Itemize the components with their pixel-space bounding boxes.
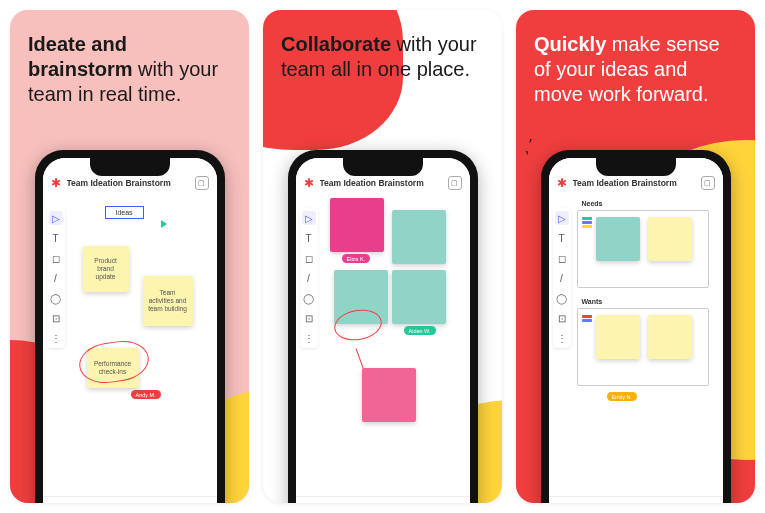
app-screen: ✱ Team Ideation Brainstorm ▢ ▷ T ◻ / ◯ ⊡…	[549, 158, 723, 503]
tool-frame-icon[interactable]: ⊡	[302, 311, 316, 325]
vote-stack-icon	[582, 217, 592, 228]
sticky-note[interactable]: Product brand update	[83, 246, 129, 292]
app-screen: ✱ Team Ideation Brainstorm ▢ ▷ T ◻ / ◯ ⊡…	[43, 158, 217, 503]
bottom-toolbar: ↶ ↷ − 100% +	[549, 496, 723, 503]
tool-select-icon[interactable]: ▷	[555, 211, 569, 225]
frame-title: Wants	[580, 298, 605, 305]
board-title: Team Ideation Brainstorm	[67, 178, 191, 188]
spark-accent-icon: ,	[528, 130, 536, 144]
sticky-note[interactable]	[596, 315, 640, 359]
collaborator-cursor-icon	[161, 220, 167, 228]
present-icon[interactable]: ▢	[195, 176, 209, 190]
board-title: Team Ideation Brainstorm	[320, 178, 444, 188]
sticky-note[interactable]	[648, 217, 692, 261]
frame-needs[interactable]: Needs	[577, 210, 709, 288]
tool-more-icon[interactable]: ⋮	[555, 331, 569, 345]
canvas[interactable]: Needs Wants Emily N.	[571, 198, 723, 496]
sticky-note[interactable]	[362, 368, 416, 422]
app-logo-icon: ✱	[51, 177, 63, 189]
tool-line-icon[interactable]: /	[49, 271, 63, 285]
present-icon[interactable]: ▢	[701, 176, 715, 190]
tool-line-icon[interactable]: /	[302, 271, 316, 285]
tool-more-icon[interactable]: ⋮	[49, 331, 63, 345]
text-element-selected[interactable]: Ideas	[105, 206, 144, 219]
vote-stack-icon	[582, 315, 592, 322]
phone-mockup: ✱ Team Ideation Brainstorm ▢ ▷ T ◻ / ◯ ⊡…	[288, 150, 478, 503]
tool-line-icon[interactable]: /	[555, 271, 569, 285]
tool-sticky-icon[interactable]: ◻	[302, 251, 316, 265]
tool-palette: ▷ T ◻ / ◯ ⊡ ⋮	[47, 208, 65, 348]
phone-notch	[343, 158, 423, 176]
bottom-toolbar: ↶ ↷ − 100% +	[296, 496, 470, 503]
app-logo-icon: ✱	[304, 177, 316, 189]
headline: Collaborate with your team all in one pl…	[281, 32, 484, 82]
sticky-note[interactable]: Team activities and team building	[143, 276, 193, 326]
bottom-toolbar: ↶ ↷ − 100% +	[43, 496, 217, 503]
spark-accent-icon: ,	[522, 142, 530, 156]
phone-mockup: ✱ Team Ideation Brainstorm ▢ ▷ T ◻ / ◯ ⊡…	[541, 150, 731, 503]
frame-wants[interactable]: Wants	[577, 308, 709, 386]
headline: Ideate and brainstorm with your team in …	[28, 32, 231, 107]
phone-notch	[596, 158, 676, 176]
sticky-note[interactable]	[392, 210, 446, 264]
tool-select-icon[interactable]: ▷	[302, 211, 316, 225]
user-tag: Andy M.	[131, 390, 161, 399]
app-screen: ✱ Team Ideation Brainstorm ▢ ▷ T ◻ / ◯ ⊡…	[296, 158, 470, 503]
tool-shape-icon[interactable]: ◯	[302, 291, 316, 305]
promo-panel-1: Ideate and brainstorm with your team in …	[10, 10, 249, 503]
sticky-note[interactable]	[648, 315, 692, 359]
canvas[interactable]: Ideas Product brand update Team activiti…	[65, 198, 217, 496]
user-tag: Emily N.	[607, 392, 637, 401]
promo-panel-3: , , Quickly make sense of your ideas and…	[516, 10, 755, 503]
canvas[interactable]: Eliza K. Aidan W.	[318, 198, 470, 496]
headline: Quickly make sense of your ideas and mov…	[534, 32, 737, 107]
phone-mockup: ✱ Team Ideation Brainstorm ▢ ▷ T ◻ / ◯ ⊡…	[35, 150, 225, 503]
tool-text-icon[interactable]: T	[555, 231, 569, 245]
frame-title: Needs	[580, 200, 605, 207]
sticky-note[interactable]	[392, 270, 446, 324]
sticky-note[interactable]	[596, 217, 640, 261]
tool-palette: ▷ T ◻ / ◯ ⊡ ⋮	[300, 208, 318, 348]
present-icon[interactable]: ▢	[448, 176, 462, 190]
promo-panel-2: Collaborate with your team all in one pl…	[263, 10, 502, 503]
tool-frame-icon[interactable]: ⊡	[555, 311, 569, 325]
tool-more-icon[interactable]: ⋮	[302, 331, 316, 345]
tool-text-icon[interactable]: T	[49, 231, 63, 245]
tool-sticky-icon[interactable]: ◻	[49, 251, 63, 265]
tool-select-icon[interactable]: ▷	[49, 211, 63, 225]
board-title: Team Ideation Brainstorm	[573, 178, 697, 188]
tool-text-icon[interactable]: T	[302, 231, 316, 245]
app-logo-icon: ✱	[557, 177, 569, 189]
tool-palette: ▷ T ◻ / ◯ ⊡ ⋮	[553, 208, 571, 348]
tool-frame-icon[interactable]: ⊡	[49, 311, 63, 325]
sticky-note[interactable]	[330, 198, 384, 252]
tool-shape-icon[interactable]: ◯	[555, 291, 569, 305]
user-tag: Aidan W.	[404, 326, 436, 335]
tool-sticky-icon[interactable]: ◻	[555, 251, 569, 265]
user-tag: Eliza K.	[342, 254, 371, 263]
phone-notch	[90, 158, 170, 176]
tool-shape-icon[interactable]: ◯	[49, 291, 63, 305]
